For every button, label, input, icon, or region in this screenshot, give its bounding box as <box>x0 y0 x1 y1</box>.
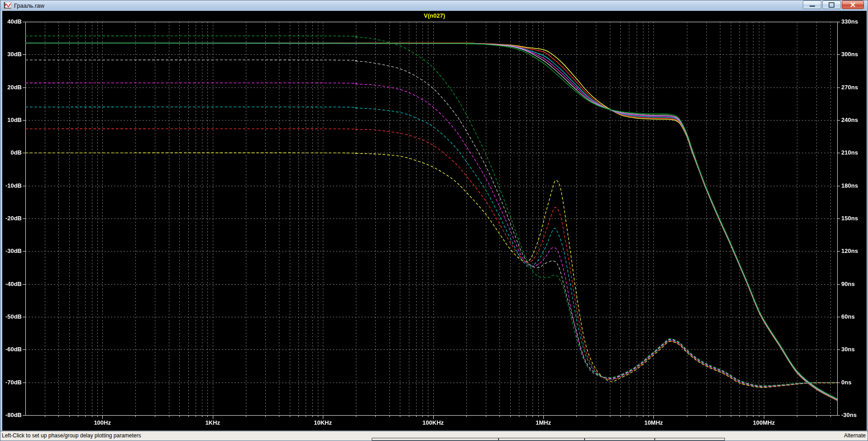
waveform-plot-canvas[interactable] <box>2 11 867 431</box>
restore-button[interactable] <box>822 0 841 9</box>
window-controls <box>802 0 864 10</box>
window-title: Грааль.raw <box>14 2 44 9</box>
minimize-button[interactable] <box>803 0 821 9</box>
title-bar[interactable]: Грааль.raw <box>0 0 868 11</box>
close-icon <box>850 2 856 7</box>
sliver-segment <box>499 438 585 441</box>
close-button[interactable] <box>842 0 864 9</box>
status-bar: Left-Click to set up phase/group delay p… <box>0 431 868 441</box>
plot-title[interactable]: V(n027) <box>2 12 867 19</box>
sliver-segment <box>585 438 655 441</box>
waveform-app-icon <box>4 2 11 10</box>
ltspice-window: Грааль.raw V(n027) Left-Click to set up … <box>0 0 868 441</box>
minimize-icon <box>810 5 815 7</box>
waveform-pane: V(n027) <box>2 11 867 432</box>
restore-icon <box>829 2 834 8</box>
sliver-segment <box>372 438 499 441</box>
background-window-sliver <box>0 438 868 441</box>
sliver-segment <box>655 438 725 441</box>
